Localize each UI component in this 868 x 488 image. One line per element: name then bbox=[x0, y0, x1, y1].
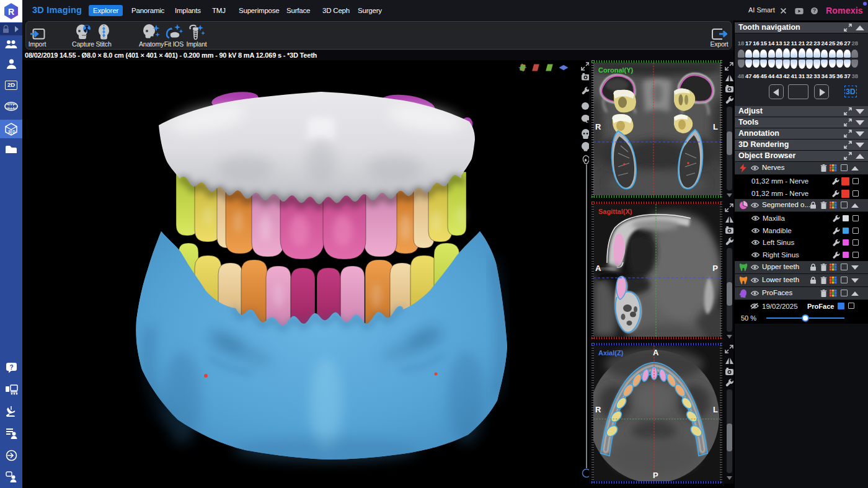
svg-text:D: D bbox=[12, 130, 16, 134]
svg-text:R: R bbox=[8, 7, 14, 17]
svg-text:?: ? bbox=[9, 364, 13, 371]
svg-text:3: 3 bbox=[8, 130, 11, 134]
